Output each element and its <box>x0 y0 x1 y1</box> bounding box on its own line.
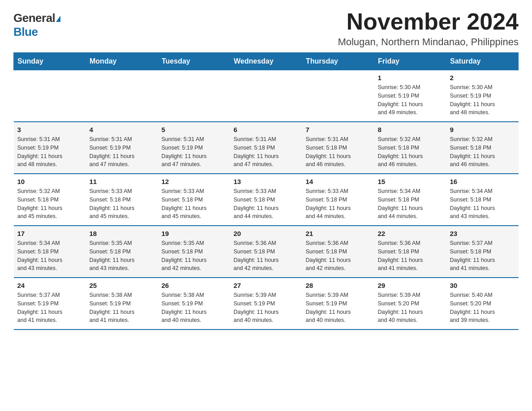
calendar-cell: 30Sunrise: 5:40 AMSunset: 5:20 PMDayligh… <box>446 278 519 330</box>
calendar-cell: 24Sunrise: 5:37 AMSunset: 5:19 PMDayligh… <box>14 278 86 330</box>
day-info: Sunrise: 5:34 AMSunset: 5:18 PMDaylight:… <box>450 187 515 221</box>
subtitle: Molugan, Northern Mindanao, Philippines <box>338 36 519 48</box>
day-info: Sunrise: 5:38 AMSunset: 5:19 PMDaylight:… <box>162 291 227 325</box>
calendar-cell <box>86 70 158 122</box>
day-number: 15 <box>378 178 443 185</box>
day-number: 24 <box>17 282 82 289</box>
day-number: 28 <box>306 282 371 289</box>
logo-general-text: General <box>13 11 55 25</box>
day-number: 23 <box>450 230 515 237</box>
logo: General Blue <box>13 9 60 39</box>
day-number: 9 <box>450 126 515 133</box>
day-number: 22 <box>378 230 443 237</box>
calendar-cell: 6Sunrise: 5:31 AMSunset: 5:18 PMDaylight… <box>230 122 302 174</box>
calendar-week-5: 24Sunrise: 5:37 AMSunset: 5:19 PMDayligh… <box>14 278 519 330</box>
day-info: Sunrise: 5:36 AMSunset: 5:18 PMDaylight:… <box>378 239 443 273</box>
day-number: 26 <box>162 282 227 289</box>
calendar-cell: 17Sunrise: 5:34 AMSunset: 5:18 PMDayligh… <box>14 226 86 278</box>
calendar-header-friday: Friday <box>374 53 446 70</box>
day-info: Sunrise: 5:31 AMSunset: 5:18 PMDaylight:… <box>234 135 299 169</box>
calendar-cell: 11Sunrise: 5:33 AMSunset: 5:18 PMDayligh… <box>86 174 158 226</box>
calendar-cell: 19Sunrise: 5:35 AMSunset: 5:18 PMDayligh… <box>158 226 230 278</box>
day-info: Sunrise: 5:35 AMSunset: 5:18 PMDaylight:… <box>90 239 154 273</box>
day-info: Sunrise: 5:36 AMSunset: 5:18 PMDaylight:… <box>306 239 371 273</box>
main-title: November 2024 <box>338 9 519 34</box>
calendar-header-wednesday: Wednesday <box>230 53 302 70</box>
calendar-cell: 28Sunrise: 5:39 AMSunset: 5:19 PMDayligh… <box>302 278 374 330</box>
calendar-cell: 23Sunrise: 5:37 AMSunset: 5:18 PMDayligh… <box>446 226 519 278</box>
day-info: Sunrise: 5:39 AMSunset: 5:19 PMDaylight:… <box>234 291 299 325</box>
logo-blue-text: Blue <box>13 25 38 39</box>
calendar-cell <box>14 70 86 122</box>
calendar-header-sunday: Sunday <box>14 53 86 70</box>
day-number: 19 <box>162 230 227 237</box>
calendar-cell: 10Sunrise: 5:32 AMSunset: 5:18 PMDayligh… <box>14 174 86 226</box>
calendar-cell: 13Sunrise: 5:33 AMSunset: 5:18 PMDayligh… <box>230 174 302 226</box>
day-info: Sunrise: 5:36 AMSunset: 5:18 PMDaylight:… <box>234 239 299 273</box>
calendar-cell: 15Sunrise: 5:34 AMSunset: 5:18 PMDayligh… <box>374 174 446 226</box>
calendar-header-saturday: Saturday <box>446 53 519 70</box>
day-info: Sunrise: 5:33 AMSunset: 5:18 PMDaylight:… <box>162 187 227 221</box>
calendar-cell: 2Sunrise: 5:30 AMSunset: 5:19 PMDaylight… <box>446 70 519 122</box>
day-info: Sunrise: 5:39 AMSunset: 5:20 PMDaylight:… <box>378 291 443 325</box>
day-info: Sunrise: 5:32 AMSunset: 5:18 PMDaylight:… <box>450 135 515 169</box>
calendar-cell: 25Sunrise: 5:38 AMSunset: 5:19 PMDayligh… <box>86 278 158 330</box>
calendar-week-1: 1Sunrise: 5:30 AMSunset: 5:19 PMDaylight… <box>14 70 519 122</box>
calendar-cell <box>302 70 374 122</box>
day-number: 11 <box>90 178 154 185</box>
day-info: Sunrise: 5:40 AMSunset: 5:20 PMDaylight:… <box>450 291 515 325</box>
calendar-week-4: 17Sunrise: 5:34 AMSunset: 5:18 PMDayligh… <box>14 226 519 278</box>
title-block: November 2024 Molugan, Northern Mindanao… <box>338 9 519 48</box>
calendar-cell: 4Sunrise: 5:31 AMSunset: 5:19 PMDaylight… <box>86 122 158 174</box>
day-info: Sunrise: 5:33 AMSunset: 5:18 PMDaylight:… <box>306 187 371 221</box>
calendar-cell: 7Sunrise: 5:31 AMSunset: 5:18 PMDaylight… <box>302 122 374 174</box>
day-info: Sunrise: 5:39 AMSunset: 5:19 PMDaylight:… <box>306 291 371 325</box>
calendar-cell: 21Sunrise: 5:36 AMSunset: 5:18 PMDayligh… <box>302 226 374 278</box>
calendar-header-thursday: Thursday <box>302 53 374 70</box>
calendar-cell: 5Sunrise: 5:31 AMSunset: 5:19 PMDaylight… <box>158 122 230 174</box>
day-number: 18 <box>90 230 154 237</box>
day-number: 8 <box>378 126 443 133</box>
day-number: 12 <box>162 178 227 185</box>
day-number: 7 <box>306 126 371 133</box>
day-number: 6 <box>234 126 299 133</box>
day-info: Sunrise: 5:32 AMSunset: 5:18 PMDaylight:… <box>17 187 82 221</box>
day-info: Sunrise: 5:34 AMSunset: 5:18 PMDaylight:… <box>17 239 82 273</box>
day-info: Sunrise: 5:38 AMSunset: 5:19 PMDaylight:… <box>90 291 154 325</box>
calendar-cell: 9Sunrise: 5:32 AMSunset: 5:18 PMDaylight… <box>446 122 519 174</box>
day-number: 17 <box>17 230 82 237</box>
day-number: 30 <box>450 282 515 289</box>
calendar-cell: 29Sunrise: 5:39 AMSunset: 5:20 PMDayligh… <box>374 278 446 330</box>
calendar-cell: 22Sunrise: 5:36 AMSunset: 5:18 PMDayligh… <box>374 226 446 278</box>
calendar-week-2: 3Sunrise: 5:31 AMSunset: 5:19 PMDaylight… <box>14 122 519 174</box>
day-number: 10 <box>17 178 82 185</box>
day-number: 5 <box>162 126 227 133</box>
day-info: Sunrise: 5:31 AMSunset: 5:19 PMDaylight:… <box>90 135 154 169</box>
day-number: 1 <box>378 74 443 81</box>
calendar-cell <box>158 70 230 122</box>
page-header: General Blue November 2024 Molugan, Nort… <box>13 9 519 48</box>
calendar-cell: 27Sunrise: 5:39 AMSunset: 5:19 PMDayligh… <box>230 278 302 330</box>
calendar-week-3: 10Sunrise: 5:32 AMSunset: 5:18 PMDayligh… <box>14 174 519 226</box>
day-info: Sunrise: 5:33 AMSunset: 5:18 PMDaylight:… <box>234 187 299 221</box>
day-number: 21 <box>306 230 371 237</box>
day-info: Sunrise: 5:31 AMSunset: 5:19 PMDaylight:… <box>162 135 227 169</box>
day-info: Sunrise: 5:30 AMSunset: 5:19 PMDaylight:… <box>378 83 443 117</box>
day-number: 13 <box>234 178 299 185</box>
calendar-cell: 14Sunrise: 5:33 AMSunset: 5:18 PMDayligh… <box>302 174 374 226</box>
day-info: Sunrise: 5:32 AMSunset: 5:18 PMDaylight:… <box>378 135 443 169</box>
day-number: 16 <box>450 178 515 185</box>
calendar-cell: 16Sunrise: 5:34 AMSunset: 5:18 PMDayligh… <box>446 174 519 226</box>
calendar-cell: 26Sunrise: 5:38 AMSunset: 5:19 PMDayligh… <box>158 278 230 330</box>
day-number: 29 <box>378 282 443 289</box>
calendar-cell: 1Sunrise: 5:30 AMSunset: 5:19 PMDaylight… <box>374 70 446 122</box>
calendar-cell <box>230 70 302 122</box>
day-number: 25 <box>90 282 154 289</box>
day-number: 4 <box>90 126 154 133</box>
day-info: Sunrise: 5:37 AMSunset: 5:19 PMDaylight:… <box>17 291 82 325</box>
calendar-cell: 18Sunrise: 5:35 AMSunset: 5:18 PMDayligh… <box>86 226 158 278</box>
day-number: 14 <box>306 178 371 185</box>
day-info: Sunrise: 5:35 AMSunset: 5:18 PMDaylight:… <box>162 239 227 273</box>
day-info: Sunrise: 5:31 AMSunset: 5:19 PMDaylight:… <box>17 135 82 169</box>
calendar-header-monday: Monday <box>86 53 158 70</box>
